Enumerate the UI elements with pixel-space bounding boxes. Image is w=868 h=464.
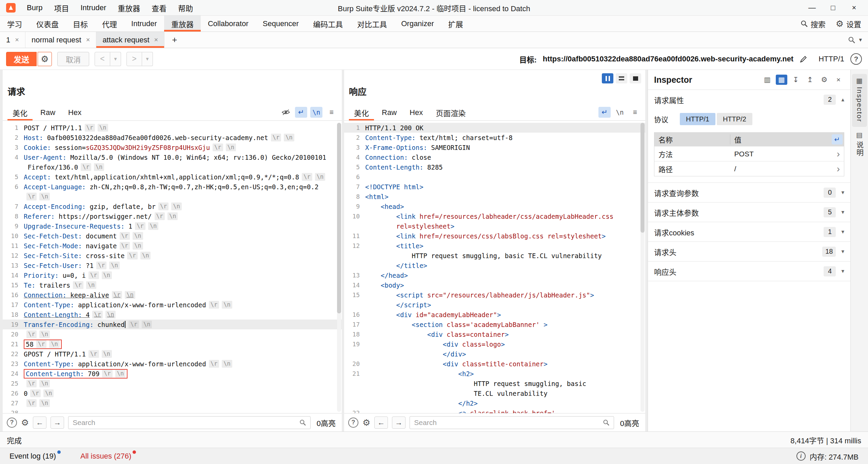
soft-wrap-icon[interactable]: ↵: [295, 107, 307, 118]
help-icon[interactable]: ?: [7, 418, 17, 428]
scrollbar-thumb[interactable]: [337, 123, 341, 313]
code-line[interactable]: 2158\r\n: [3, 339, 342, 349]
code-line[interactable]: 28: [3, 408, 342, 413]
code-line[interactable]: rel=stylesheet>: [344, 221, 645, 231]
code-line[interactable]: 3Cookie: session=sGZQ3SJQDw3DH2i9yZSF08r…: [3, 142, 342, 152]
cancel-button[interactable]: 取消: [57, 52, 89, 66]
code-line[interactable]: HTTP request smuggling, basic: [344, 379, 645, 388]
prev-match-button[interactable]: ←: [33, 417, 46, 429]
protocol-option-0[interactable]: HTTP/1: [680, 113, 715, 125]
editor-menu-icon[interactable]: ≡: [629, 107, 641, 118]
response-editor[interactable]: 1HTTP/1.1 200 OK2Content-Type: text/html…: [344, 121, 645, 413]
history-back-dropdown[interactable]: ▾: [110, 52, 121, 66]
code-line[interactable]: 11 <link href=/resources/css/labsBlog.cs…: [344, 231, 645, 241]
code-line[interactable]: HTTP request smuggling, basic TE.CL vuln…: [344, 251, 645, 260]
inspector-table-row[interactable]: 方法POST›: [654, 146, 844, 161]
code-line[interactable]: 16Connection: keep-alive\r\n: [3, 290, 342, 300]
dock-tab-1[interactable]: ▤说明: [852, 128, 867, 161]
main-tab-9[interactable]: 对比工具: [350, 16, 394, 32]
code-line[interactable]: 5Content-Length: 8285: [344, 162, 645, 172]
code-line[interactable]: 11Sec-Fetch-Mode: navigate\r\n: [3, 241, 342, 251]
menu-item-3[interactable]: 重放器: [112, 0, 146, 15]
edit-target-icon[interactable]: [800, 55, 808, 63]
code-line[interactable]: Firefox/136.0\r\n: [3, 162, 342, 172]
help-icon[interactable]: ?: [850, 53, 862, 65]
next-match-button[interactable]: →: [392, 417, 406, 429]
response-view-tab-2[interactable]: Hex: [403, 105, 429, 120]
code-line[interactable]: 22GPOST / HTTP/1.1\r\n: [3, 349, 342, 359]
code-line[interactable]: 1POST / HTTP/1.1\r\n: [3, 123, 342, 133]
main-tab-7[interactable]: Sequencer: [256, 16, 306, 32]
menu-item-2[interactable]: Intruder: [75, 0, 112, 15]
code-line[interactable]: 24Content-Length: 709\r\n: [3, 369, 342, 379]
response-view-tab-3[interactable]: 页面渲染: [429, 105, 472, 120]
code-line[interactable]: 14 <body>: [344, 280, 645, 290]
soft-wrap-icon[interactable]: ↵: [598, 107, 611, 118]
code-line[interactable]: 15 <script src="/resources/labheader/js/…: [344, 290, 645, 300]
inspector-section-2[interactable]: 请求cookies1▾: [648, 222, 850, 241]
code-line[interactable]: 17 <section class='academyLabBanner' >: [344, 320, 645, 329]
request-editor[interactable]: 1POST / HTTP/1.1\r\n2Host: 0afb00510322d…: [3, 121, 342, 413]
show-newlines-icon[interactable]: \n: [614, 107, 626, 118]
all-issues-button[interactable]: All issues (276): [80, 452, 131, 461]
inspector-section-1[interactable]: 请求主体参数5▾: [648, 202, 850, 222]
code-line[interactable]: </title>: [344, 260, 645, 270]
collapse-all-icon[interactable]: ↧: [790, 75, 802, 85]
code-line[interactable]: 6Accept-Language: zh-CN,zh;q=0.8,zh-TW;q…: [3, 182, 342, 192]
code-line[interactable]: 25\r\n: [3, 379, 342, 388]
single-view-icon[interactable]: [630, 73, 641, 83]
code-line[interactable]: 20\r\n: [3, 329, 342, 339]
search-settings-icon[interactable]: ⚙: [21, 418, 29, 427]
dock-tab-0[interactable]: ▦Inspector: [852, 74, 867, 127]
history-forward-button[interactable]: >: [126, 52, 142, 66]
prev-match-button[interactable]: ←: [374, 417, 388, 429]
inspector-table-row[interactable]: 路径/›: [654, 161, 844, 176]
menu-item-5[interactable]: 帮助: [172, 0, 199, 15]
send-settings-button[interactable]: ⚙: [38, 52, 52, 66]
maximize-button[interactable]: □: [823, 0, 844, 16]
close-button[interactable]: ×: [844, 0, 865, 16]
code-line[interactable]: 8Referer: https://portswigger.net/\r\n: [3, 211, 342, 221]
code-line[interactable]: 15Te: trailers\r\n: [3, 280, 342, 290]
code-line[interactable]: 4User-Agent: Mozilla/5.0 (Windows NT 10.…: [3, 152, 342, 162]
show-newlines-icon[interactable]: \n: [310, 107, 322, 118]
expand-all-icon[interactable]: ↥: [804, 75, 816, 85]
main-tab-1[interactable]: 仪表盘: [29, 16, 66, 32]
send-button[interactable]: 发送: [6, 52, 37, 66]
code-line[interactable]: 20 <div class=title-container>: [344, 359, 645, 369]
layout-option-b-icon[interactable]: ▦: [776, 75, 787, 85]
panel-splitter[interactable]: [342, 70, 344, 431]
code-line[interactable]: 2Content-Type: text/html; charset=utf-8: [344, 133, 645, 142]
inspector-section-0[interactable]: 请求查询参数0▾: [648, 182, 850, 202]
search-settings-icon[interactable]: ⚙: [362, 418, 370, 427]
request-search-input[interactable]: [73, 419, 299, 427]
code-line[interactable]: 2Host: 0afb00510322dea880ad76ea00fd0026.…: [3, 133, 342, 142]
code-line[interactable]: 10 <link href=/resources/labheader/css/a…: [344, 211, 645, 221]
code-line[interactable]: 12Sec-Fetch-Site: cross-site\r\n: [3, 251, 342, 260]
code-line[interactable]: 7Accept-Encoding: gzip, deflate, br\r\n: [3, 201, 342, 211]
settings-button[interactable]: ⚙ 设置: [836, 18, 861, 29]
rows-layout-icon[interactable]: [616, 73, 627, 83]
response-view-tab-0[interactable]: 美化: [348, 105, 375, 120]
tab-overflow-icon[interactable]: ▾: [859, 36, 862, 43]
code-line[interactable]: 7<!DOCTYPE html>: [344, 182, 645, 192]
response-scrollbar[interactable]: [640, 123, 645, 412]
main-tab-6[interactable]: Collaborator: [201, 16, 256, 32]
inspector-section-4[interactable]: 响应头4▾: [648, 261, 850, 281]
code-line[interactable]: \r\n: [3, 192, 342, 201]
memory-indicator[interactable]: i 内存: 274.7MB: [796, 451, 859, 462]
code-line[interactable]: 19 <div class=logo>: [344, 339, 645, 349]
code-line[interactable]: 19Transfer-Encoding: chunked\r\n: [3, 320, 342, 329]
close-tab-icon[interactable]: ×: [86, 36, 90, 44]
minimize-button[interactable]: —: [802, 0, 823, 16]
protocol-option-1[interactable]: HTTP/2: [717, 113, 752, 125]
main-tab-8[interactable]: 编码工具: [306, 16, 350, 32]
panel-splitter[interactable]: [645, 70, 648, 431]
code-line[interactable]: 5Accept: text/html,application/xhtml+xml…: [3, 172, 342, 182]
code-line[interactable]: </div>: [344, 349, 645, 359]
inspector-section-3[interactable]: 请求头18▾: [648, 241, 850, 261]
eye-slash-icon[interactable]: [280, 107, 292, 118]
request-view-tab-2[interactable]: Hex: [62, 105, 88, 120]
close-tab-icon[interactable]: ×: [15, 36, 19, 44]
response-view-tab-1[interactable]: Raw: [375, 105, 403, 120]
